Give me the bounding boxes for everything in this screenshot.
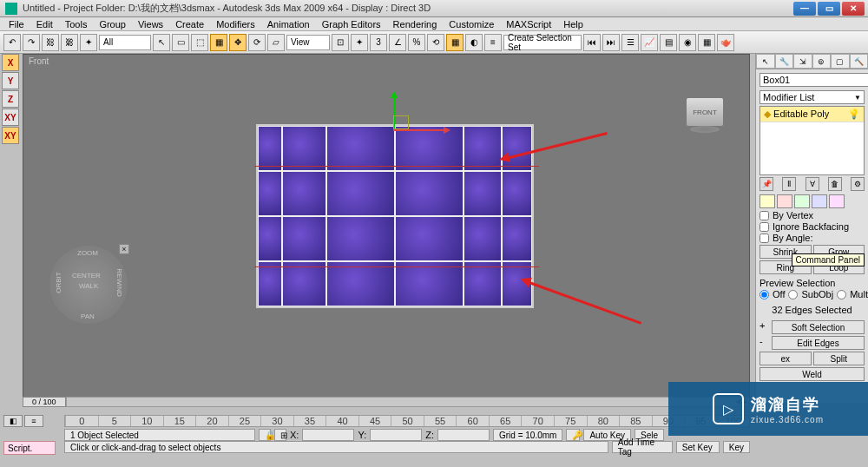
percent-snap-button[interactable]: %: [408, 34, 425, 51]
set-key-button[interactable]: Set Key: [676, 441, 720, 453]
render-setup-button[interactable]: ▦: [698, 34, 715, 51]
snap-button[interactable]: 3: [370, 34, 387, 51]
menu-edit[interactable]: Edit: [31, 19, 58, 30]
transform-z-input[interactable]: [437, 429, 490, 441]
modifier-stack[interactable]: ◆ Editable Poly 💡: [760, 106, 865, 175]
stack-editable-poly[interactable]: ◆ Editable Poly 💡: [760, 107, 864, 122]
menu-create[interactable]: Create: [170, 19, 209, 30]
subobj-element[interactable]: [829, 194, 845, 208]
steering-walk[interactable]: WALK: [79, 282, 98, 290]
tab-utilities[interactable]: 🔨: [850, 54, 869, 69]
preview-subobj-radio[interactable]: [788, 290, 798, 299]
preview-off-radio[interactable]: [760, 290, 769, 299]
manipulate-button[interactable]: ✦: [351, 34, 368, 51]
menu-file[interactable]: File: [3, 19, 30, 30]
show-end-result-button[interactable]: Ⅱ: [782, 177, 796, 191]
bulb-icon[interactable]: 💡: [848, 109, 860, 120]
close-button[interactable]: ✕: [842, 2, 865, 16]
timeline-ruler[interactable]: 0510152025303540455055606570758085909510…: [64, 415, 750, 427]
menu-animation[interactable]: Animation: [262, 19, 315, 30]
viewport-front[interactable]: Front FRONT: [23, 54, 750, 403]
next-sel-button[interactable]: ⏭: [602, 34, 620, 51]
align-button[interactable]: ≡: [484, 34, 502, 51]
window-crossing-button[interactable]: ▦: [210, 34, 227, 51]
script-listener[interactable]: Script.: [3, 441, 56, 455]
link-button[interactable]: ⛓: [42, 34, 59, 51]
pin-stack-button[interactable]: 📌: [760, 177, 773, 191]
configure-sets-button[interactable]: ⚙: [851, 177, 865, 191]
ex-button[interactable]: ex: [760, 352, 812, 365]
abs-rel-button[interactable]: ⊞: [274, 429, 286, 441]
axis-x-button[interactable]: X: [2, 54, 19, 71]
by-angle-check[interactable]: [760, 234, 769, 243]
maximize-button[interactable]: ▭: [818, 2, 840, 16]
menu-help[interactable]: Help: [558, 19, 589, 30]
steering-orbit[interactable]: ORBIT: [55, 272, 62, 293]
split-button[interactable]: Split: [813, 352, 865, 365]
key-mode-button[interactable]: 🔑: [566, 429, 580, 441]
tab-modify[interactable]: 🔧: [775, 54, 794, 69]
box-geometry[interactable]: [256, 124, 534, 308]
ignore-backfacing-check[interactable]: [760, 222, 769, 232]
scale-button[interactable]: ▱: [267, 34, 285, 51]
menu-rendering[interactable]: Rendering: [388, 19, 443, 30]
subobj-edge[interactable]: [777, 194, 792, 208]
prev-sel-button[interactable]: ⏮: [583, 34, 601, 51]
steering-pan[interactable]: PAN: [81, 312, 95, 320]
time-slider-thumb[interactable]: 0 / 100: [23, 397, 66, 407]
curve-editor-button[interactable]: 📈: [641, 34, 658, 51]
tab-motion[interactable]: ⊚: [812, 54, 832, 69]
render-button[interactable]: 🫖: [717, 34, 734, 51]
edged-faces-button[interactable]: ▦: [446, 34, 464, 51]
axis-z-button[interactable]: Z: [2, 90, 19, 108]
steering-zoom[interactable]: ZOOM: [77, 249, 98, 257]
track-mini-button-1[interactable]: ◧: [3, 415, 23, 427]
tab-hierarchy[interactable]: ⇲: [793, 54, 812, 69]
layers-button[interactable]: ☰: [621, 34, 639, 51]
subobj-polygon[interactable]: [812, 194, 827, 208]
preview-multi-radio[interactable]: [837, 290, 846, 299]
schematic-button[interactable]: ▤: [660, 34, 677, 51]
steering-center[interactable]: CENTER: [72, 272, 101, 280]
mirror-button[interactable]: ◐: [465, 34, 483, 51]
soft-selection-rollout[interactable]: Soft Selection: [772, 320, 865, 334]
object-name-input[interactable]: [760, 73, 868, 87]
menu-views[interactable]: Views: [133, 19, 168, 30]
time-slider-track[interactable]: [66, 397, 750, 407]
move-button[interactable]: ✥: [229, 34, 247, 51]
track-mini-button-2[interactable]: ≡: [24, 415, 43, 427]
subobj-border[interactable]: [794, 194, 810, 208]
menu-customize[interactable]: Customize: [444, 19, 499, 30]
bind-button[interactable]: ✦: [80, 34, 97, 51]
weld-button[interactable]: Weld: [760, 367, 865, 381]
edit-edges-rollout[interactable]: Edit Edges: [772, 336, 865, 350]
axis-xy-button[interactable]: XY: [2, 109, 19, 126]
spinner-snap-button[interactable]: ⟲: [427, 34, 444, 51]
transform-x-input[interactable]: [302, 429, 354, 441]
rect-select-button[interactable]: ⬚: [191, 34, 208, 51]
selection-filter[interactable]: All: [99, 35, 151, 50]
center-button[interactable]: ⊡: [332, 34, 349, 51]
ref-coord[interactable]: View: [286, 35, 330, 50]
remove-modifier-button[interactable]: 🗑: [828, 177, 842, 191]
named-selection[interactable]: Create Selection Set: [503, 35, 582, 50]
axis-xy2-button[interactable]: XY: [2, 127, 19, 144]
rotate-button[interactable]: ⟳: [248, 34, 266, 51]
redo-button[interactable]: ↷: [23, 34, 40, 51]
select-name-button[interactable]: ▭: [172, 34, 189, 51]
minimize-button[interactable]: —: [793, 2, 816, 16]
steering-rewind[interactable]: REWIND: [115, 268, 122, 296]
unlink-button[interactable]: ⛓̸: [61, 34, 78, 51]
gizmo-xy-plane[interactable]: [393, 115, 409, 129]
menu-grapheditors[interactable]: Graph Editors: [317, 19, 386, 30]
time-slider[interactable]: 0 / 100: [23, 396, 750, 408]
material-button[interactable]: ◉: [679, 34, 696, 51]
modifier-list-dropdown[interactable]: Modifier List: [760, 90, 865, 104]
gizmo-x-axis[interactable]: [393, 129, 445, 131]
menu-modifiers[interactable]: Modifiers: [211, 19, 260, 30]
make-unique-button[interactable]: ∀: [806, 177, 819, 191]
add-time-tag[interactable]: Add Time Tag: [612, 441, 673, 453]
menu-tools[interactable]: Tools: [60, 19, 93, 30]
tab-display[interactable]: ▢: [831, 54, 850, 69]
steering-wheel[interactable]: × ZOOM PAN ORBIT REWIND CENTER WALK: [49, 246, 128, 324]
